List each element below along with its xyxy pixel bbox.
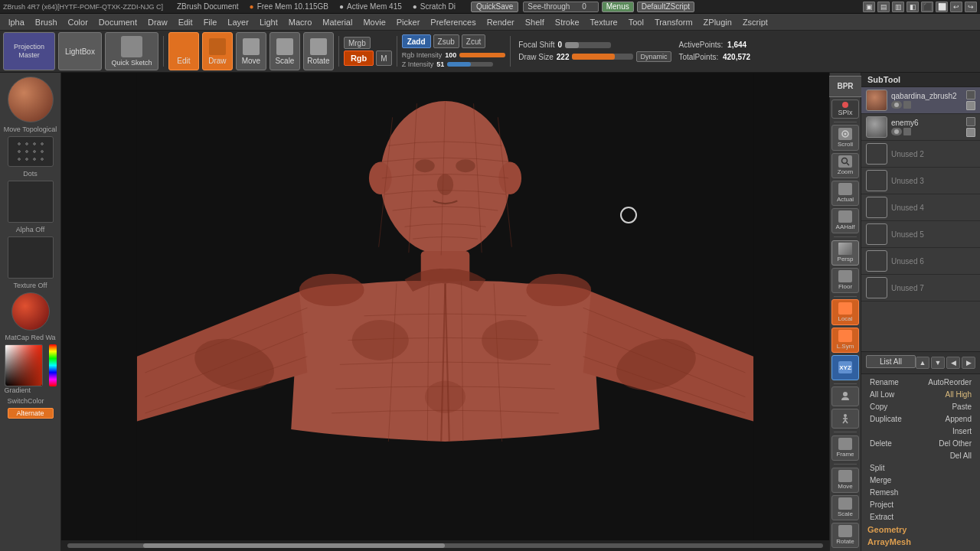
subtool-toggle-2a[interactable] xyxy=(966,117,975,126)
zsub-button[interactable]: Zsub xyxy=(433,34,459,48)
nav-left-button[interactable]: ◀ xyxy=(946,357,960,369)
subtool-lock-2[interactable] xyxy=(903,128,911,135)
subtool-item-1[interactable]: qabardina_zbrush2 xyxy=(861,87,980,114)
move-button[interactable]: Move xyxy=(236,32,266,70)
list-all-button[interactable]: List All xyxy=(866,355,916,368)
rotate-button[interactable]: Rotate xyxy=(303,32,334,70)
subtool-toggle-2b[interactable] xyxy=(966,128,975,137)
menu-color[interactable]: Color xyxy=(63,16,93,28)
scale-button[interactable]: Scale xyxy=(270,32,300,70)
z-intensity-slider[interactable] xyxy=(447,62,493,67)
menu-preferences[interactable]: Preferences xyxy=(425,16,481,28)
actual-button[interactable]: Actual xyxy=(831,181,859,206)
insert-button[interactable]: Insert xyxy=(950,426,974,436)
menu-light[interactable]: Light xyxy=(254,16,283,28)
subtool-toggle-1a[interactable] xyxy=(966,90,975,99)
alternate-button[interactable]: Alternate xyxy=(8,408,54,419)
icon-btn-5[interactable]: ⬛ xyxy=(921,2,933,12)
icon-btn-8[interactable]: ↪ xyxy=(965,2,977,12)
projection-master-button[interactable]: Projection Master xyxy=(3,32,55,70)
subtool-item-8[interactable]: Unused 7 xyxy=(861,275,980,302)
extract-button[interactable]: Extract xyxy=(867,512,896,522)
nav-right-button[interactable]: ▶ xyxy=(962,357,975,369)
lsym-button[interactable]: L.Sym xyxy=(831,328,859,353)
matcap-ball[interactable] xyxy=(8,77,54,122)
icon-btn-a[interactable] xyxy=(831,386,859,406)
brush-stroke-preview[interactable] xyxy=(8,136,54,167)
m-button[interactable]: M xyxy=(376,51,391,66)
rgb-intensity-slider[interactable] xyxy=(459,53,505,57)
subtool-item-6[interactable]: Unused 5 xyxy=(861,221,980,248)
hue-slider[interactable] xyxy=(49,344,57,386)
menu-file[interactable]: File xyxy=(198,16,223,28)
icon-btn-6[interactable]: ⬜ xyxy=(936,2,948,12)
menu-edit[interactable]: Edit xyxy=(173,16,198,28)
color-picker[interactable]: Gradient xyxy=(5,344,57,394)
zadd-button[interactable]: Zadd xyxy=(402,34,431,48)
persp-button[interactable]: Persp xyxy=(831,240,859,266)
zoom-button[interactable]: Zoom xyxy=(831,153,859,178)
alpha-preview[interactable] xyxy=(8,181,54,223)
delother-button[interactable]: Del Other xyxy=(936,439,974,448)
menu-transform[interactable]: Transform xyxy=(649,16,698,28)
menu-alpha[interactable]: lpha xyxy=(3,16,30,28)
alllow-button[interactable]: All Low xyxy=(867,390,897,399)
project-button[interactable]: Project xyxy=(867,500,896,510)
icon-btn-7[interactable]: ↩ xyxy=(950,2,962,12)
mrgb-button[interactable]: Mrgb xyxy=(344,37,371,49)
menu-movie[interactable]: Movie xyxy=(358,16,390,28)
menu-macro[interactable]: Macro xyxy=(283,16,318,28)
duplicate-button[interactable]: Duplicate xyxy=(867,414,904,424)
icon-btn-3[interactable]: ▥ xyxy=(892,2,904,12)
delall-button[interactable]: Del All xyxy=(948,451,974,461)
dynamic-button[interactable]: Dynamic xyxy=(636,51,671,62)
xyz-button[interactable]: XYZ xyxy=(831,355,859,380)
scale-rt-button[interactable]: Scale xyxy=(831,495,859,520)
defaultzscript-button[interactable]: DefaultZScript xyxy=(637,2,694,12)
paste-button[interactable]: Paste xyxy=(949,402,974,412)
icon-btn-2[interactable]: ▤ xyxy=(877,2,890,12)
icon-btn-1[interactable]: ▣ xyxy=(863,2,875,12)
icon-btn-4[interactable]: ◧ xyxy=(906,2,919,12)
append-button[interactable]: Append xyxy=(943,414,974,424)
quicksave-button[interactable]: QuickSave xyxy=(471,2,518,12)
move-rt-button[interactable]: Move xyxy=(831,468,859,493)
nav-up-button[interactable]: ▲ xyxy=(916,357,929,369)
remesh-button[interactable]: Remesh xyxy=(867,487,900,497)
menu-shelf[interactable]: Shelf xyxy=(520,16,550,28)
rgb-button[interactable]: Rgb xyxy=(344,51,374,66)
canvas-scrollbar[interactable] xyxy=(61,540,829,551)
menu-zscript[interactable]: Zscript xyxy=(737,16,773,28)
floor-button[interactable]: Floor xyxy=(831,268,859,293)
frame-button[interactable]: Frame xyxy=(831,435,859,461)
menu-layer[interactable]: Layer xyxy=(222,16,254,28)
subtool-item-2[interactable]: enemy6 xyxy=(861,114,980,141)
menus-button[interactable]: Menus xyxy=(602,2,634,12)
seethrough-button[interactable]: See-through 0 xyxy=(523,2,598,12)
menu-material[interactable]: Material xyxy=(317,16,358,28)
scroll-button[interactable]: Scroll xyxy=(831,125,859,150)
aahalf-button[interactable]: AAHalf xyxy=(831,208,859,233)
subtool-lock-1[interactable] xyxy=(903,101,911,109)
draw-size-slider[interactable] xyxy=(572,54,633,60)
subtool-toggle-1b[interactable] xyxy=(966,101,975,110)
menu-draw[interactable]: Draw xyxy=(142,16,173,28)
lightbox-button[interactable]: LightBox xyxy=(58,32,102,70)
copy-button[interactable]: Copy xyxy=(867,402,890,412)
menu-brush[interactable]: Brush xyxy=(30,16,63,28)
texture-preview[interactable] xyxy=(8,236,54,279)
subtool-item-7[interactable]: Unused 6 xyxy=(861,248,980,275)
menu-stroke[interactable]: Stroke xyxy=(550,16,585,28)
menu-render[interactable]: Render xyxy=(482,16,520,28)
icon-btn-b[interactable] xyxy=(831,409,859,429)
canvas-area[interactable] xyxy=(61,73,829,551)
subtool-item-4[interactable]: Unused 3 xyxy=(861,168,980,194)
split-button[interactable]: Split xyxy=(867,463,887,473)
spix-button[interactable]: SPIx xyxy=(831,99,859,119)
edit-button[interactable]: Edit xyxy=(168,32,199,70)
canvas-slider[interactable] xyxy=(67,543,823,548)
arraymesh-section[interactable]: ArrayMesh xyxy=(867,537,974,546)
menu-tool[interactable]: Tool xyxy=(623,16,649,28)
subtool-item-5[interactable]: Unused 4 xyxy=(861,194,980,221)
merge-button[interactable]: Merge xyxy=(867,475,893,485)
